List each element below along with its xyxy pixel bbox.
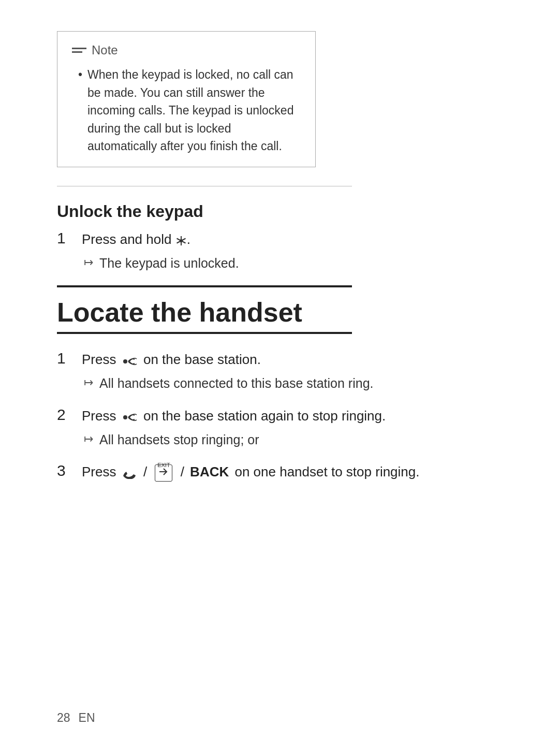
note-icon-line2 (72, 51, 82, 53)
paging-icon-1 (122, 353, 138, 368)
unlock-step1-main: Press and hold . (82, 229, 239, 250)
unlock-step1-content: Press and hold . ↦ The keypad is unlocke… (82, 229, 239, 273)
locate-step1-number: 1 (57, 350, 71, 367)
locate-step2: 2 Press on the base station ag (57, 406, 502, 450)
locate-step3-number: 3 (57, 462, 71, 479)
locate-step1-main: Press on the base station. (82, 350, 374, 370)
locate-step1: 1 Press on the base station. (57, 350, 502, 394)
exit-icon: EXIT (155, 464, 172, 482)
unlock-step1-result: ↦ The keypad is unlocked. (82, 254, 239, 273)
locate-step3-main: Press / EXIT (82, 462, 420, 482)
svg-point-4 (123, 359, 127, 364)
divider-locate (57, 285, 352, 287)
language: EN (79, 711, 95, 725)
locate-heading: Locate the handset (57, 297, 352, 334)
note-header: Note (72, 43, 301, 57)
paging-icon-2 (122, 409, 138, 425)
note-title: Note (92, 43, 118, 57)
unlock-step1: 1 Press and hold . ↦ (57, 229, 502, 273)
locate-step1-result: ↦ All handsets connected to this base st… (82, 374, 374, 394)
locate-step1-content: Press on the base station. ↦ (82, 350, 374, 394)
locate-step2-result: ↦ All handsets stop ringing; or (82, 430, 386, 450)
result-arrow-1: ↦ (84, 374, 93, 391)
locate-step2-content: Press on the base station again to stop … (82, 406, 386, 450)
page: Note When the keypad is locked, no call … (0, 0, 559, 756)
unlock-heading: Unlock the keypad (57, 202, 502, 221)
locate-step3: 3 Press / EXIT (57, 462, 502, 482)
locate-section: Locate the handset 1 Press (57, 297, 502, 482)
note-list: When the keypad is locked, no call can b… (72, 66, 301, 155)
unlock-step1-number: 1 (57, 229, 71, 247)
page-footer: 28 EN (57, 711, 95, 725)
locate-step2-number: 2 (57, 406, 71, 424)
locate-step2-main: Press on the base station again to stop … (82, 406, 386, 426)
note-list-item: When the keypad is locked, no call can b… (78, 66, 301, 155)
note-box: Note When the keypad is locked, no call … (57, 31, 316, 167)
end-call-icon (122, 464, 136, 482)
unlock-section: Unlock the keypad 1 Press and hold . (57, 202, 502, 273)
result-arrow: ↦ (84, 254, 93, 271)
page-number: 28 (57, 711, 70, 725)
result-arrow-2: ↦ (84, 430, 93, 447)
note-icon (72, 48, 86, 53)
divider-unlock (57, 186, 352, 186)
note-icon-line1 (72, 48, 86, 49)
asterisk-icon (175, 231, 187, 249)
locate-step3-content: Press / EXIT (82, 462, 420, 482)
svg-point-5 (123, 415, 127, 419)
